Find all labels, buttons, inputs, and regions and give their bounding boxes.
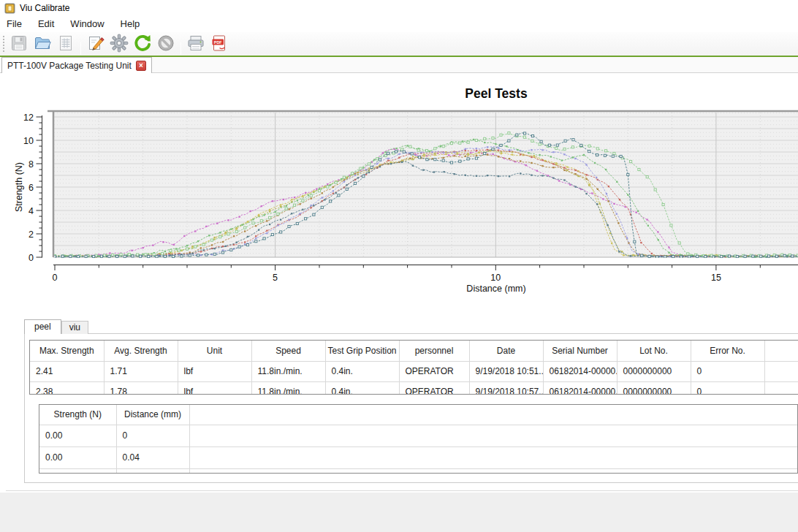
table-cell: lbf [178, 381, 251, 395]
table-cell: 0.00 [39, 446, 116, 468]
toolbar: PDF [0, 32, 798, 56]
column-header[interactable]: Test Grip Position [325, 341, 399, 361]
svg-text:4: 4 [28, 206, 34, 216]
table-header-row: Max. StrengthAvg. StrengthUnitSpeedTest … [30, 341, 798, 361]
tab-viu[interactable]: viu [61, 321, 88, 334]
table-cell: 0 [691, 361, 764, 381]
save-icon[interactable] [8, 32, 30, 54]
column-header[interactable]: Serial Number [543, 341, 617, 361]
table-cell [189, 425, 798, 446]
menu-item-help[interactable]: Help [113, 16, 148, 32]
pdf-export-icon[interactable]: PDF [208, 32, 230, 54]
svg-text:10: 10 [23, 136, 34, 146]
menu-bar: FileEditWindowHelp [0, 16, 798, 32]
table-cell [189, 446, 798, 468]
column-header[interactable]: Lot No. [617, 341, 691, 361]
column-header[interactable] [189, 405, 798, 425]
table-row[interactable]: 0.000 [39, 425, 798, 446]
svg-text:0: 0 [28, 253, 34, 263]
table-cell: OPERATOR [399, 381, 469, 395]
table-row[interactable]: 2.411.71lbf11.8in./min.0.4in.OPERATOR9/1… [30, 361, 798, 381]
table-row[interactable] [39, 468, 798, 474]
table-cell: lbf [178, 361, 251, 381]
column-header[interactable]: Strength (N) [39, 405, 116, 425]
peel-tests-chart: 024681012Strength (N)051015Distance (mm) [0, 73, 798, 314]
results-table: Max. StrengthAvg. StrengthUnitSpeedTest … [29, 340, 798, 395]
column-header[interactable]: Max. Strength [30, 341, 104, 361]
svg-text:5: 5 [273, 273, 278, 283]
table-cell: 0000000000 [617, 361, 691, 381]
menu-item-file[interactable]: File [0, 16, 30, 32]
table-cell: 0 [691, 381, 764, 395]
toolbar-buttons: PDF [7, 32, 231, 56]
column-header[interactable]: Date [469, 341, 543, 361]
column-header[interactable] [764, 341, 798, 361]
tab-peel[interactable]: peel [24, 319, 61, 334]
table-header-row: Strength (N)Distance (mm) [39, 405, 798, 425]
column-header[interactable]: Distance (mm) [116, 405, 189, 425]
svg-text:PDF: PDF [214, 40, 222, 45]
table-cell [764, 381, 798, 395]
document-tab-strip: PTT-100V Package Testing Unit × [0, 57, 798, 73]
document-tab-label: PTT-100V Package Testing Unit [7, 61, 132, 71]
table-row[interactable]: 0.000.04 [39, 446, 798, 468]
close-icon[interactable]: × [136, 61, 146, 71]
toolbar-separator [180, 42, 181, 55]
table-cell [764, 361, 798, 381]
table-cell [39, 468, 116, 474]
toolbar-separator [80, 42, 81, 55]
table-cell [116, 468, 189, 474]
chart-area: Peel Tests 024681012Strength (N)051015Di… [0, 73, 798, 314]
table-cell: 1.78 [104, 381, 178, 395]
table-cell: 9/19/2018 10:57... [469, 381, 543, 395]
settings-gear-icon[interactable] [108, 32, 130, 54]
column-header[interactable]: Avg. Strength [104, 341, 178, 361]
table-cell: 2.38 [30, 381, 104, 395]
svg-text:Strength (N): Strength (N) [14, 162, 24, 212]
edit-icon[interactable] [85, 32, 107, 54]
window-title: Viu Calibrate [20, 3, 69, 13]
refresh-icon[interactable] [132, 32, 153, 54]
points-table: Strength (N)Distance (mm)0.0000.000.04 [39, 404, 798, 474]
table-cell: 0.4in. [325, 381, 399, 395]
svg-text:15: 15 [711, 273, 721, 283]
svg-text:10: 10 [490, 273, 501, 283]
open-folder-icon[interactable] [31, 32, 53, 54]
column-header[interactable]: Unit [178, 341, 251, 361]
title-bar: Viu Calibrate [0, 0, 798, 16]
results-tab-strip: peelviu [24, 319, 88, 334]
table-cell: 0000000000 [617, 381, 691, 395]
table-cell: 0.04 [116, 446, 189, 468]
app-icon [4, 3, 15, 14]
table-cell: 0.00 [39, 425, 116, 446]
column-header[interactable]: Error No. [691, 341, 764, 361]
svg-text:Distance (mm): Distance (mm) [466, 284, 525, 294]
table-cell: 06182014-00000... [543, 381, 617, 395]
table-cell [189, 468, 798, 474]
table-cell: 0.4in. [325, 361, 399, 381]
column-header[interactable]: Speed [251, 341, 325, 361]
table-cell: 11.8in./min. [251, 381, 325, 395]
window-footer [0, 493, 798, 532]
toolbar-grip-handle[interactable] [1, 34, 5, 53]
table-cell: OPERATOR [399, 361, 469, 381]
svg-text:12: 12 [23, 113, 34, 123]
svg-text:2: 2 [28, 229, 34, 240]
table-cell: 2.41 [30, 361, 104, 381]
column-header[interactable]: personnel [399, 341, 469, 361]
svg-text:8: 8 [28, 159, 34, 170]
svg-text:6: 6 [28, 183, 34, 193]
table-cell: 9/19/2018 10:51... [469, 361, 543, 381]
menu-item-window[interactable]: Window [62, 16, 112, 32]
table-row[interactable]: 2.381.78lbf11.8in./min.0.4in.OPERATOR9/1… [30, 381, 798, 395]
report-icon[interactable] [55, 32, 77, 54]
table-cell: 1.71 [104, 361, 178, 381]
menu-item-edit[interactable]: Edit [30, 16, 62, 32]
print-icon[interactable] [185, 32, 207, 54]
table-cell: 0 [116, 425, 189, 446]
svg-text:0: 0 [53, 273, 58, 283]
document-tab[interactable]: PTT-100V Package Testing Unit × [1, 57, 152, 73]
app-icon-image [4, 3, 15, 14]
cancel-icon[interactable] [155, 32, 177, 54]
content-bottom-border [6, 490, 798, 491]
